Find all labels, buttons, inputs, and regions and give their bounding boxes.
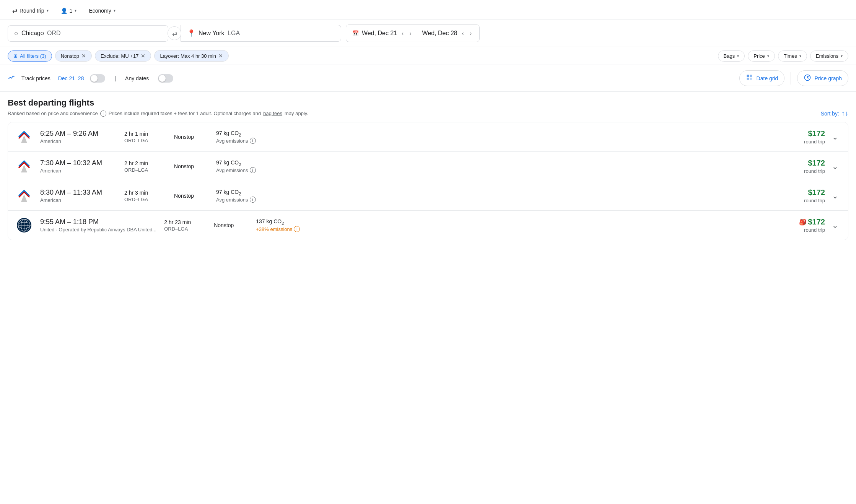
filter-icon: ⊞: [13, 53, 18, 59]
emissions-chevron: ▾: [841, 54, 843, 58]
calendar-icon: 📅: [352, 30, 359, 36]
depart-date-field[interactable]: 📅 Wed, Dec 21 ‹ › Wed, Dec 28 ‹ ›: [346, 24, 480, 42]
origin-city: Chicago: [21, 30, 44, 36]
emissions-info-icon-2[interactable]: i: [250, 167, 256, 173]
chip-exclude-label: Exclude: MU +17: [101, 53, 138, 59]
return-prev-button[interactable]: ‹: [461, 29, 465, 38]
price-graph-button[interactable]: Price graph: [797, 70, 848, 86]
flight-emissions-1: 97 kg CO2 Avg emissions i: [216, 130, 270, 144]
airline-logo-american: [16, 128, 33, 145]
return-next-button[interactable]: ›: [468, 29, 473, 38]
origin-code: ORD: [47, 30, 61, 36]
ranked-info-icon[interactable]: i: [100, 111, 106, 117]
depart-date: Wed, Dec 21: [362, 30, 397, 37]
flight-stops-3: Nonstop: [174, 193, 208, 199]
flight-row[interactable]: 7:30 AM – 10:32 AM American 2 hr 2 min O…: [8, 152, 848, 181]
times-filter-button[interactable]: Times ▾: [778, 50, 807, 62]
return-date: Wed, Dec 28: [422, 30, 457, 37]
origin-circle-icon: ○: [14, 29, 18, 37]
any-dates-toggle[interactable]: [158, 74, 173, 83]
results-taxes-text: Prices include required taxes + fees for…: [109, 111, 261, 116]
flight-price-3: $172 round trip: [277, 188, 825, 203]
times-chevron: ▾: [799, 54, 801, 58]
svg-rect-1: [750, 75, 752, 77]
bags-label: Bags: [724, 53, 735, 59]
date-grid-button[interactable]: Date grid: [739, 70, 785, 86]
flight-expand-2[interactable]: ⌄: [830, 161, 840, 172]
flight-expand-3[interactable]: ⌄: [830, 190, 840, 201]
flight-airline-3: American: [40, 197, 117, 203]
swap-button[interactable]: ⇄: [168, 26, 181, 40]
emissions-label: Emissions: [816, 53, 838, 59]
search-bar: ○ Chicago ORD ⇄ 📍 New York LGA 📅 Wed, De…: [0, 20, 856, 47]
flight-emissions-3: 97 kg CO2 Avg emissions i: [216, 189, 270, 203]
destination-field[interactable]: 📍 New York LGA: [181, 25, 341, 42]
chip-nonstop-label: Nonstop: [61, 53, 79, 59]
filter-chip-nonstop[interactable]: Nonstop ✕: [55, 50, 92, 62]
emissions-info-icon-3[interactable]: i: [250, 197, 256, 203]
filter-chip-layover[interactable]: Layover: Max 4 hr 30 min ✕: [154, 50, 229, 62]
bags-filter-button[interactable]: Bags ▾: [718, 50, 745, 62]
flight-time-range-4: 9:55 AM – 1:18 PM: [40, 218, 156, 226]
airline-logo-american-2: [16, 158, 33, 175]
trip-type-button[interactable]: ⇄ Round trip ▾: [8, 5, 53, 16]
track-prices-icon: [8, 73, 15, 83]
flight-airline-4: United · Operated by Republic Airways DB…: [40, 227, 156, 232]
emissions-info-icon-1[interactable]: i: [250, 138, 256, 144]
any-dates-label: Any dates: [125, 75, 149, 81]
price-filter-button[interactable]: Price ▾: [748, 50, 775, 62]
track-date-range: Dec 21–28: [58, 75, 84, 81]
flight-row[interactable]: 8:30 AM – 11:33 AM American 2 hr 3 min O…: [8, 181, 848, 211]
bag-fees-link[interactable]: bag fees: [263, 111, 282, 116]
airline-logo-american-3: [16, 187, 33, 204]
sort-button[interactable]: Sort by: ↑↓: [821, 109, 848, 117]
flight-price-2: $172 round trip: [277, 159, 825, 174]
all-filters-button[interactable]: ⊞ All filters (3): [8, 50, 52, 62]
svg-rect-0: [747, 75, 749, 77]
flight-price-4: 🎒 $172 round trip: [317, 218, 825, 233]
cabin-button[interactable]: Economy ▾: [84, 5, 120, 16]
track-prices-label: Track prices: [21, 75, 50, 81]
flight-row[interactable]: 6:25 AM – 9:26 AM American 2 hr 1 min OR…: [8, 122, 848, 152]
all-filters-label: All filters (3): [20, 53, 46, 59]
depart-prev-button[interactable]: ‹: [400, 29, 405, 38]
flight-stops-2: Nonstop: [174, 163, 208, 169]
origin-field[interactable]: ○ Chicago ORD: [8, 25, 168, 42]
flight-emissions-4: 137 kg CO2 +38% emissions i: [256, 218, 309, 232]
flight-time-range-1: 6:25 AM – 9:26 AM: [40, 130, 117, 138]
chip-exclude-close[interactable]: ✕: [141, 53, 145, 59]
destination-pin-icon: 📍: [187, 29, 195, 37]
top-bar: ⇄ Round trip ▾ 👤 1 ▾ Economy ▾: [0, 0, 856, 20]
destination-city: New York: [199, 30, 225, 36]
chip-layover-close[interactable]: ✕: [218, 53, 223, 59]
results-section: Best departing flights Ranked based on p…: [0, 92, 856, 246]
date-grid-icon: [746, 74, 753, 83]
passengers-chevron: ▾: [75, 8, 76, 13]
flight-airline-2: American: [40, 168, 117, 174]
emissions-filter-button[interactable]: Emissions ▾: [810, 50, 848, 62]
flight-time-range-2: 7:30 AM – 10:32 AM: [40, 159, 117, 167]
flight-expand-1[interactable]: ⌄: [830, 132, 840, 142]
emissions-info-icon-4[interactable]: i: [294, 226, 300, 232]
cabin-label: Economy: [89, 8, 111, 14]
results-apply-text: may apply.: [285, 111, 308, 116]
any-dates-separator: |: [114, 75, 116, 81]
airline-logo-united: [16, 217, 33, 234]
depart-next-button[interactable]: ›: [408, 29, 413, 38]
trip-type-label: Round trip: [20, 8, 44, 14]
flight-emissions-2: 97 kg CO2 Avg emissions i: [216, 159, 270, 174]
chip-nonstop-close[interactable]: ✕: [81, 53, 86, 59]
passengers-button[interactable]: 👤 1 ▾: [56, 5, 81, 16]
flight-times-2: 7:30 AM – 10:32 AM American: [40, 159, 117, 174]
flight-stops-1: Nonstop: [174, 134, 208, 140]
flight-expand-4[interactable]: ⌄: [830, 220, 840, 231]
price-graph-icon: [804, 74, 811, 83]
results-subtitle-row: Ranked based on price and convenience i …: [8, 109, 848, 117]
flight-times-4: 9:55 AM – 1:18 PM United · Operated by R…: [40, 218, 156, 232]
flight-row[interactable]: 9:55 AM – 1:18 PM United · Operated by R…: [8, 211, 848, 240]
trip-type-chevron: ▾: [47, 8, 49, 13]
destination-code: LGA: [228, 30, 240, 36]
filter-chip-exclude-mu[interactable]: Exclude: MU +17 ✕: [95, 50, 151, 62]
flight-time-range-3: 8:30 AM – 11:33 AM: [40, 189, 117, 197]
track-prices-toggle[interactable]: [90, 74, 105, 83]
